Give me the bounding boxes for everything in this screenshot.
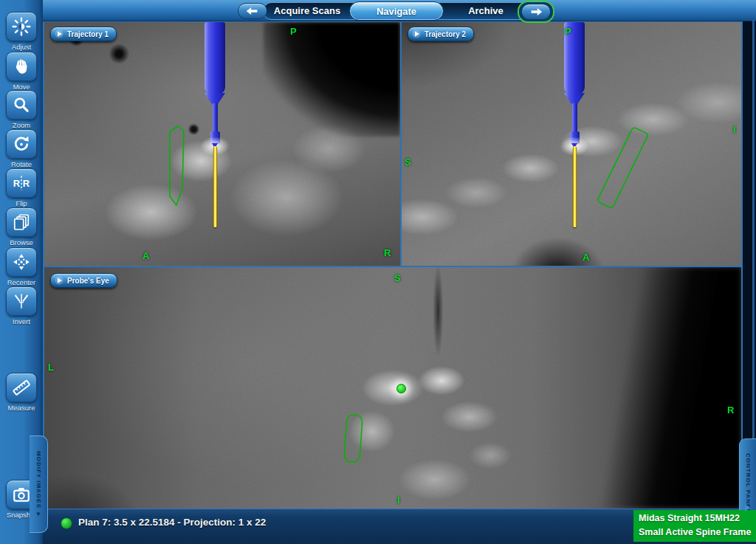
orientation-label-inferior: I	[397, 495, 400, 506]
play-icon	[412, 30, 421, 38]
view-label: Probe's Eye	[67, 277, 109, 285]
trajectory-projection-line	[213, 146, 217, 227]
play-icon	[55, 30, 63, 38]
view-label: Trajectory 1	[67, 30, 109, 38]
orientation-label-inferior: I	[733, 124, 736, 135]
trajectory1-view-button[interactable]: Trajectory 1	[50, 27, 117, 41]
orientation-label-posterior: P	[290, 26, 297, 37]
sidebar-item-label: Rotate	[0, 160, 43, 168]
sidebar-item-label: Flip	[0, 199, 43, 207]
viewport-probes-eye[interactable]: Probe's Eye S L R I	[44, 267, 741, 509]
recenter-icon	[12, 252, 31, 272]
stealth-navigation-app: Acquire Scans Navigate Archive Adju	[0, 0, 756, 544]
ruler-icon	[12, 378, 31, 397]
sidebar-item-flip[interactable]: R R Flip	[0, 168, 43, 207]
sidebar-item-zoom[interactable]: Zoom	[0, 90, 43, 129]
sidebar-item-adjust[interactable]: Adjust	[0, 12, 43, 51]
viewport-trajectory-2[interactable]: Trajectory 2 P S I A	[402, 22, 741, 266]
svg-text:R: R	[13, 178, 21, 189]
sidebar-item-label: Invert	[0, 317, 43, 326]
forward-button[interactable]	[521, 4, 551, 20]
tab-navigate-label: Navigate	[377, 6, 416, 17]
orientation-label-anterior: A	[142, 250, 149, 261]
invert-icon	[12, 292, 31, 311]
sidebar-item-move[interactable]: Move	[0, 52, 43, 91]
orientation-label-left: L	[48, 362, 54, 373]
hand-icon	[13, 58, 30, 75]
svg-text:R: R	[23, 178, 30, 189]
sidebar-item-label: Zoom	[0, 121, 43, 129]
viewport-frame: Trajectory 1 P A R	[43, 21, 743, 509]
control-panel-arrow-icon	[745, 504, 750, 512]
sidebar-item-rotate[interactable]: Rotate	[0, 129, 43, 168]
probe-shaft	[213, 103, 218, 132]
ct-dark-region	[264, 22, 400, 137]
sidebar-item-recenter[interactable]: Recenter	[0, 247, 43, 286]
modify-images-tab-label: MODIFY IMAGES ▼	[35, 451, 42, 518]
orientation-label-right: R	[727, 404, 734, 416]
orientation-label-superior: S	[405, 156, 411, 168]
probe-position-marker	[396, 384, 406, 393]
sidebar-item-label: Browse	[0, 238, 43, 247]
magnifier-icon	[12, 95, 31, 114]
arrow-right-icon	[529, 7, 543, 17]
probe-body	[205, 22, 225, 94]
forward-button-highlight	[518, 1, 554, 23]
play-icon	[55, 276, 63, 285]
pages-icon	[12, 213, 31, 232]
orientation-label-posterior: P	[565, 26, 571, 37]
sidebar-item-invert[interactable]: Invert	[0, 286, 43, 326]
trajectory2-view-button[interactable]: Trajectory 2	[408, 27, 474, 41]
sidebar-item-label: Recenter	[0, 278, 43, 286]
tab-acquire-scans[interactable]: Acquire Scans	[264, 3, 351, 19]
arrow-left-icon	[245, 6, 260, 16]
probe-shaft	[572, 103, 577, 132]
ct-dark-region	[586, 267, 741, 509]
flip-rr-icon: R R	[12, 173, 31, 193]
trajectory-projection-line	[573, 146, 577, 227]
sidebar-item-label: Adjust	[0, 43, 43, 51]
workflow-tab-bar: Acquire Scans Navigate Archive	[263, 2, 530, 20]
sidebar-item-measure[interactable]: Measure	[0, 373, 43, 412]
view-label: Trajectory 2	[425, 30, 466, 38]
sidebar-item-label: Measure	[0, 404, 43, 412]
modify-images-tab[interactable]: MODIFY IMAGES ▼	[30, 435, 48, 533]
back-button[interactable]	[238, 3, 267, 19]
plan-status-indicator	[61, 517, 72, 529]
viewport-trajectory-1[interactable]: Trajectory 1 P A R	[44, 22, 400, 266]
orientation-label-anterior: A	[583, 252, 589, 263]
reference-frame-name: Small Active Spine Frame	[639, 526, 756, 540]
camera-icon	[12, 485, 31, 504]
rotate-icon	[12, 134, 31, 154]
instrument-name: Midas Straight 15MH22	[639, 512, 756, 526]
orientation-label-right: R	[384, 247, 391, 258]
instrument-info-panel: Midas Straight 15MH22 Small Active Spine…	[633, 510, 756, 542]
brightness-icon	[12, 17, 31, 36]
tab-navigate[interactable]: Navigate	[349, 1, 444, 21]
plan-status-text: Plan 7: 3.5 x 22.5184 - Projection: 1 x …	[78, 517, 266, 528]
probes-eye-view-button[interactable]: Probe's Eye	[50, 273, 117, 288]
orientation-label-superior: S	[394, 272, 401, 283]
sidebar-item-browse[interactable]: Browse	[0, 207, 43, 247]
tab-archive[interactable]: Archive	[442, 3, 529, 19]
